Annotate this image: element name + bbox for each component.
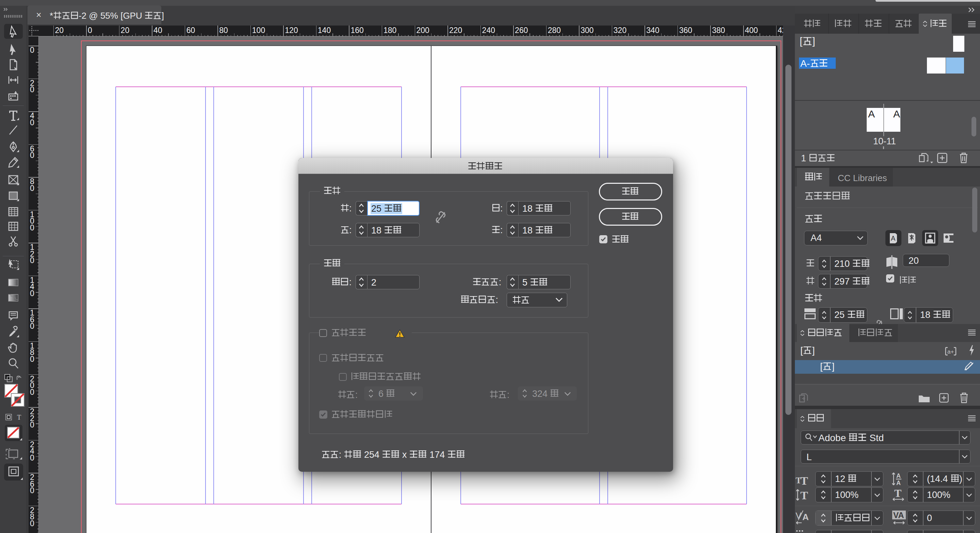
- svg-text:20: 20: [121, 26, 130, 35]
- svg-text:380: 380: [712, 26, 725, 35]
- svg-text:60: 60: [186, 26, 195, 35]
- svg-text:A: A: [891, 234, 896, 242]
- svg-text:T: T: [894, 487, 901, 499]
- svg-text:120: 120: [285, 26, 298, 35]
- svg-text:340: 340: [646, 26, 659, 35]
- svg-text:0: 0: [30, 289, 34, 298]
- svg-text:100: 100: [252, 26, 265, 35]
- svg-text:400: 400: [745, 26, 758, 35]
- svg-text:A: A: [802, 512, 809, 522]
- svg-text:360: 360: [679, 26, 692, 35]
- svg-text:0: 0: [30, 151, 34, 160]
- svg-text:0: 0: [30, 519, 34, 528]
- svg-text:0: 0: [30, 256, 34, 265]
- svg-text:20: 20: [55, 26, 64, 35]
- svg-text:0: 0: [30, 46, 34, 54]
- svg-text:0: 0: [30, 420, 34, 429]
- svg-text:T: T: [800, 474, 808, 487]
- svg-text:0: 0: [30, 184, 34, 193]
- svg-text:320: 320: [614, 26, 627, 35]
- svg-text:260: 260: [515, 26, 528, 35]
- svg-text:T: T: [17, 414, 21, 421]
- svg-text:A: A: [896, 480, 901, 486]
- svg-text:0: 0: [30, 388, 34, 396]
- svg-text:A: A: [896, 473, 901, 479]
- svg-text:180: 180: [383, 26, 396, 35]
- svg-text:300: 300: [581, 26, 593, 35]
- svg-text:140: 140: [318, 26, 331, 35]
- svg-text:0: 0: [30, 355, 34, 363]
- svg-text:0: 0: [30, 223, 34, 232]
- svg-text:0: 0: [88, 26, 92, 35]
- svg-text:160: 160: [350, 26, 363, 35]
- svg-text:0: 0: [30, 118, 34, 127]
- svg-text:0: 0: [30, 321, 34, 331]
- svg-text:200: 200: [417, 26, 430, 35]
- svg-text:240: 240: [482, 26, 495, 35]
- svg-text:80: 80: [219, 26, 228, 35]
- svg-text:T: T: [800, 489, 808, 502]
- svg-text:220: 220: [449, 26, 462, 35]
- svg-text:280: 280: [548, 26, 561, 35]
- svg-text:0: 0: [30, 85, 34, 94]
- svg-text:a+: a+: [947, 348, 954, 355]
- svg-text:0: 0: [30, 486, 34, 495]
- svg-text:40: 40: [153, 26, 162, 35]
- svg-text:0: 0: [30, 453, 34, 462]
- svg-text:VA: VA: [893, 511, 904, 520]
